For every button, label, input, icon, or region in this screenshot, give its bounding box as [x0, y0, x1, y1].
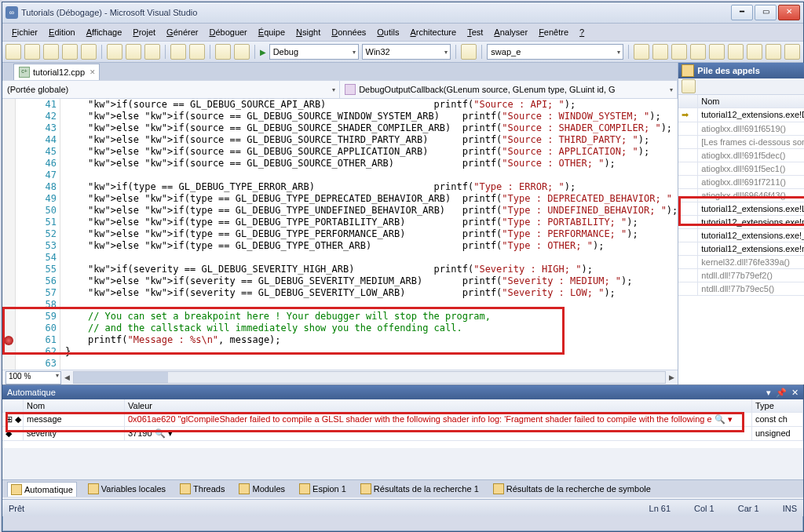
maximize-button[interactable]: ▭	[755, 5, 777, 20]
tool-icon-7[interactable]	[747, 44, 762, 60]
hscroll-left-icon[interactable]: ◀	[64, 373, 70, 381]
menu-item[interactable]: Affichage	[82, 26, 127, 38]
redo-icon[interactable]	[189, 44, 205, 60]
add-item-icon[interactable]	[24, 44, 40, 60]
tool-icon-1[interactable]	[634, 44, 649, 60]
callstack-title: Pile des appels ✕	[678, 63, 804, 78]
callstack-row[interactable]: atioglxx.dll!691f5ec1()	[678, 162, 804, 176]
toolbar: ▶ Debug Win32 swap_e	[2, 42, 803, 63]
callstack-icon	[682, 64, 694, 77]
callstack-row[interactable]: tutorial12_extensions.exe!__tmainCRTStar…	[678, 229, 804, 242]
callstack-row[interactable]: atioglxx.dll!691f5dec()	[678, 149, 804, 162]
menu-item[interactable]: Nsight	[291, 26, 325, 38]
bottom-tab[interactable]: Modules	[236, 482, 288, 496]
callstack-row[interactable]: ntdll.dll!77b79ef2()	[678, 269, 804, 282]
callstack-row[interactable]: tutorial12_extensions.exe!main() Ligne 1…	[678, 216, 804, 229]
bottom-tab[interactable]: Espion 1	[296, 482, 349, 496]
minimize-button[interactable]: ━	[731, 5, 753, 20]
nav-fwd-icon[interactable]	[234, 44, 250, 60]
auto-header-name[interactable]: Nom	[24, 399, 125, 412]
menu-item[interactable]: Générer	[162, 26, 203, 38]
callstack-row[interactable]: [Les frames ci-dessous sont peut-être in…	[678, 136, 804, 149]
tool-icon-2[interactable]	[652, 44, 668, 60]
tool-icon-5[interactable]	[709, 44, 725, 60]
scope-combo-right[interactable]: DebugOutputCallback(GLenum source, GLenu…	[340, 81, 678, 98]
callstack-tool-icon[interactable]	[682, 79, 696, 93]
bottom-tab[interactable]: Variables locales	[85, 482, 169, 496]
close-tab-icon[interactable]: ✕	[90, 68, 96, 76]
callstack-row[interactable]: kernel32.dll!76fe339a()	[678, 256, 804, 269]
scope-combo-left[interactable]: (Portée globale)	[2, 81, 340, 98]
tab-icon	[180, 483, 191, 494]
horizontal-scrollbar[interactable]	[73, 371, 666, 384]
callstack-row[interactable]: tutorial12_extensions.exe!mainCRTStartup…	[678, 242, 804, 256]
callstack-row[interactable]: ntdll.dll!77b79ec5()	[678, 282, 804, 296]
auto-header-value[interactable]: Valeur	[125, 399, 752, 412]
zoom-combo[interactable]: 100 %	[5, 371, 61, 384]
new-project-icon[interactable]	[5, 44, 21, 60]
callstack-header-name[interactable]: Nom	[698, 95, 804, 107]
find-combo[interactable]: swap_e	[487, 44, 623, 60]
app-icon: ∞	[5, 6, 18, 19]
callstack-row[interactable]: atioglxx.dll!69646f43()	[678, 189, 804, 202]
callstack-row[interactable]: atioglxx.dll!691f7211()	[678, 176, 804, 189]
tab-icon	[11, 484, 22, 495]
tool-icon-4[interactable]	[690, 44, 706, 60]
tool-icon-8[interactable]	[766, 44, 781, 60]
hscroll-right-icon[interactable]: ▶	[669, 373, 674, 381]
menu-item[interactable]: Edition	[44, 26, 80, 38]
menu-item[interactable]: Projet	[128, 26, 160, 38]
status-ln: Ln 61	[649, 504, 671, 513]
bottom-tab[interactable]: Résultats de la recherche 1	[357, 482, 482, 496]
auto-row[interactable]: ◆severity37190 🔍 ▾unsigned	[2, 427, 803, 441]
menu-item[interactable]: Fichier	[7, 26, 42, 38]
menu-item[interactable]: Données	[327, 26, 371, 38]
auto-header-type[interactable]: Type	[752, 399, 803, 412]
tool-icon-3[interactable]	[671, 44, 687, 60]
menu-item[interactable]: Fenêtre	[534, 26, 573, 38]
callstack-row[interactable]: atioglxx.dll!691f6519()	[678, 122, 804, 136]
callstack-row[interactable]: ➡tutorial12_extensions.exe!DebugOutputCa…	[678, 108, 804, 122]
undo-icon[interactable]	[170, 44, 186, 60]
tool-icon-6[interactable]	[728, 44, 744, 60]
config-combo[interactable]: Debug	[269, 44, 359, 60]
callstack-row[interactable]: tutorial12_extensions.exe!LoadShaders(co…	[678, 202, 804, 216]
platform-combo[interactable]: Win32	[362, 44, 451, 60]
cpp-file-icon: c+	[19, 67, 30, 78]
status-car: Car 1	[738, 504, 759, 513]
paste-icon[interactable]	[144, 44, 160, 60]
menu-item[interactable]: ?	[575, 26, 589, 38]
status-ready: Prêt	[9, 504, 24, 513]
bottom-tab[interactable]: Automatique	[7, 482, 77, 497]
tab-icon	[239, 483, 250, 494]
panel-pin-icon[interactable]: ▾	[766, 388, 771, 398]
menu-item[interactable]: Analyser	[489, 26, 532, 38]
bottom-tab[interactable]: Threads	[177, 482, 228, 496]
misc-icon[interactable]	[461, 44, 477, 60]
menu-item[interactable]: Test	[462, 26, 488, 38]
close-button[interactable]: ✕	[778, 5, 800, 20]
panel-x-icon[interactable]: ✕	[791, 388, 799, 398]
menu-item[interactable]: Équipe	[254, 26, 290, 38]
menu-item[interactable]: Architecture	[405, 26, 461, 38]
window-title: Tutorials (Débogage) - Microsoft Visual …	[21, 8, 731, 17]
code-editor[interactable]: 4142434445464748495051525354555657585960…	[2, 99, 678, 370]
save-all-icon[interactable]	[81, 44, 97, 60]
current-frame-icon: ➡	[682, 110, 689, 119]
file-tab-label: tutorial12.cpp	[33, 67, 85, 77]
cut-icon[interactable]	[107, 44, 122, 60]
copy-icon[interactable]	[126, 44, 141, 60]
nav-back-icon[interactable]	[215, 44, 231, 60]
save-icon[interactable]	[62, 44, 78, 60]
menu-item[interactable]: Déboguer	[204, 26, 251, 38]
breakpoint-icon[interactable]	[4, 336, 13, 345]
function-icon	[345, 84, 356, 95]
open-icon[interactable]	[43, 44, 59, 60]
bottom-tab[interactable]: Résultats de la recherche de symbole	[490, 482, 654, 496]
auto-row[interactable]: ⊞ ◆message0x061ae620 "glCompileShader fa…	[2, 413, 803, 427]
start-debug-icon[interactable]: ▶	[260, 48, 266, 56]
panel-pin2-icon[interactable]: 📌	[776, 388, 787, 398]
menu-item[interactable]: Outils	[372, 26, 404, 38]
file-tab[interactable]: c+ tutorial12.cpp ✕	[13, 64, 100, 80]
tool-icon-9[interactable]	[784, 44, 800, 60]
